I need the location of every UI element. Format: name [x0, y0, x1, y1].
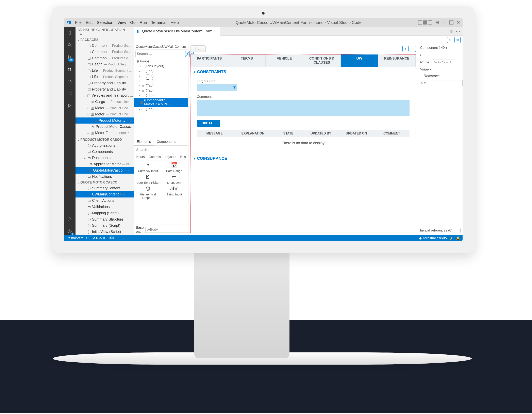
tree-item[interactable]: 🗎Product Motor… ✎ ⧉ [76, 117, 133, 124]
outline-group[interactable]: (Group) [135, 59, 187, 64]
menu-run[interactable]: Run [140, 20, 147, 25]
tab-uw[interactable]: UW [341, 55, 378, 67]
basepath-input[interactable] [145, 227, 192, 233]
breadcrumb[interactable]: QuoteMotorCascoUWMainContent [134, 44, 188, 50]
adinsure-icon[interactable] [66, 66, 73, 73]
outline-item[interactable]: ▸ ▭ (Tab) [135, 88, 187, 93]
menu-selection[interactable]: Selection [97, 20, 113, 25]
palette-item[interactable]: 📅Date Range [162, 162, 187, 173]
tree-item[interactable]: 🗎QuoteMotorCasco — v… [76, 167, 133, 173]
reference-input[interactable] [420, 80, 463, 86]
palette-search[interactable] [135, 147, 187, 153]
constraints-header[interactable]: ▾CONSTRAINTS [191, 67, 416, 77]
source-control-icon[interactable]: 192 [66, 53, 73, 61]
remove-button[interactable]: − [410, 46, 416, 52]
tree-item[interactable]: ⌄◫Motor — Product Line … [76, 111, 133, 117]
outline-item[interactable]: ▸ ▭ (Tab) [135, 78, 187, 83]
tree-item[interactable]: ›🗀Authorizations [76, 142, 133, 149]
tree-item[interactable]: ›◫Motor — Product Line … [76, 105, 133, 111]
tab-terms[interactable]: TERMS [228, 55, 266, 67]
palette-item[interactable]: 🗓Date Time Picker [135, 174, 161, 184]
tree-item[interactable]: ⌄◫Motor Fleet — Produc… [76, 130, 133, 136]
outline-item[interactable]: ▭ (Tabs layout) [135, 64, 187, 69]
account-icon[interactable] [66, 215, 73, 223]
outline-item[interactable]: ▸ ▭ (Tab) [135, 69, 187, 74]
layout-icons[interactable] [418, 20, 432, 25]
subtab-business[interactable]: Business [178, 154, 188, 160]
update-button[interactable]: UPDATE [197, 120, 220, 127]
tree-item[interactable]: ◫Property and Liability … [76, 86, 133, 93]
live-tab[interactable]: Live [190, 45, 206, 52]
tree-item[interactable]: ›🗀Client Actions [76, 197, 133, 204]
tree-item[interactable]: ◫Cargo — Product Line … [76, 99, 133, 105]
menu-view[interactable]: View [117, 20, 126, 25]
tree-item[interactable]: ›🗀Components [76, 149, 133, 155]
tab-components[interactable]: Components [154, 139, 179, 145]
tree-item[interactable]: 🗎Product Motor Casco… [76, 124, 133, 130]
outline-item[interactable]: ▸ ▭ (Tab) [135, 107, 187, 112]
feedback-icon[interactable]: ⚡ [449, 236, 454, 240]
tab-conditions[interactable]: CONDITIONS & CLAUSES [303, 55, 341, 67]
tree-item[interactable]: ›◫Health — Product Segm… [76, 61, 133, 67]
account-icon[interactable]: ⊟ [435, 20, 439, 25]
tab-elements[interactable]: Elements [134, 139, 154, 145]
settings-icon[interactable]: 1 [66, 228, 73, 235]
branch-indicator[interactable]: ⎇ master* [66, 236, 83, 240]
tab-participants[interactable]: PARTICIPANTS [191, 55, 228, 67]
more-icon[interactable]: ⋯ [128, 28, 132, 36]
menu-file[interactable]: File [75, 20, 82, 25]
problems-indicator[interactable]: ⊘ 0 ⚠ 0 [92, 236, 105, 240]
split-icon[interactable]: ▯▯ [448, 29, 453, 34]
tree-item[interactable]: { }SummaryContent [76, 185, 133, 191]
search-icon[interactable] [66, 41, 73, 48]
info-icon[interactable]: i [418, 51, 463, 58]
pmc-section[interactable]: ⌄PRODUCT MOTOR CASCO [76, 137, 133, 142]
tree-item[interactable]: { }UWMainContent ✎ ⧉ [76, 191, 133, 197]
tree-item[interactable]: ⌄🗀Documents [76, 155, 133, 161]
tree-item[interactable]: ›◫Life — Product Segment … [76, 67, 133, 74]
tab-more-icon[interactable]: ⋯ [456, 29, 460, 34]
tree-item[interactable]: { }Summary (Script) [76, 222, 133, 229]
packages-section[interactable]: ⌄PACKAGES [76, 37, 133, 43]
scroll-top-icon[interactable]: ⌃ [456, 228, 461, 233]
outline-search[interactable] [135, 51, 184, 57]
menu-help[interactable]: Help [171, 20, 179, 25]
tree-item[interactable]: ◫Property and Liability … [76, 80, 133, 86]
tree-item[interactable]: ◫Common — Product Se… [76, 55, 133, 61]
copy-button[interactable]: ⧉ [455, 37, 461, 43]
count-indicator[interactable]: 154 [108, 236, 114, 240]
close-tab-icon[interactable]: ✕ [214, 29, 217, 33]
minimize-icon[interactable]: — [442, 20, 446, 25]
tree-item[interactable]: { }Summary Structure [76, 216, 133, 223]
palette-item[interactable]: abcString Input [162, 185, 187, 200]
sync-icon[interactable]: ⟳ [86, 236, 89, 240]
tree-item[interactable]: { }Mapping (Script) [76, 210, 133, 216]
tree-item[interactable]: ◫Common — Product Se… [76, 43, 133, 49]
outline-item[interactable]: ▦ (Component : MotorCascoUW) [134, 98, 188, 107]
extensions-icon[interactable] [66, 90, 73, 97]
tree-item[interactable]: ◫Common — Product Se… [76, 49, 133, 55]
adinsure-studio[interactable]: ◆ Adinsure Studio [419, 236, 447, 240]
target-state-select[interactable]: ▾ [197, 84, 237, 91]
coinsurance-header[interactable]: ▾COINSURANCE [191, 153, 416, 164]
tree-item[interactable]: ›🗀Notifications [76, 173, 133, 180]
tree-item[interactable]: ›◫Life — Product Segment … [76, 74, 133, 80]
menu-terminal[interactable]: Terminal [151, 20, 166, 25]
subtab-layouts[interactable]: Layouts [163, 154, 178, 160]
qmc-section[interactable]: ⌄QUOTE MOTOR CASCO [76, 180, 133, 185]
add-button[interactable]: + [402, 46, 408, 52]
invalid-refs[interactable]: Invalid references (0) ⌃ [418, 226, 463, 235]
outline-item[interactable]: ▸ ▭ (Tab) [135, 74, 187, 78]
subtab-controls[interactable]: Controls [147, 154, 163, 160]
refresh-button[interactable]: ↻ [447, 37, 453, 43]
tab-vehicle[interactable]: VEHICLE [266, 55, 303, 67]
explorer-icon[interactable] [66, 29, 73, 37]
tree-item[interactable]: 🗀Validations [76, 204, 133, 210]
close-icon[interactable]: ✕ [457, 20, 460, 25]
menu-go[interactable]: Go [130, 20, 136, 25]
outline-item[interactable]: ▸ ▭ (Tab) [135, 83, 187, 88]
run-icon[interactable] [66, 102, 73, 109]
palette-item[interactable]: ▭Dropdown [162, 174, 187, 184]
tree-item[interactable]: ⌄◫Vehicles and Transport … [76, 92, 133, 99]
cloud-icon[interactable] [66, 78, 73, 85]
